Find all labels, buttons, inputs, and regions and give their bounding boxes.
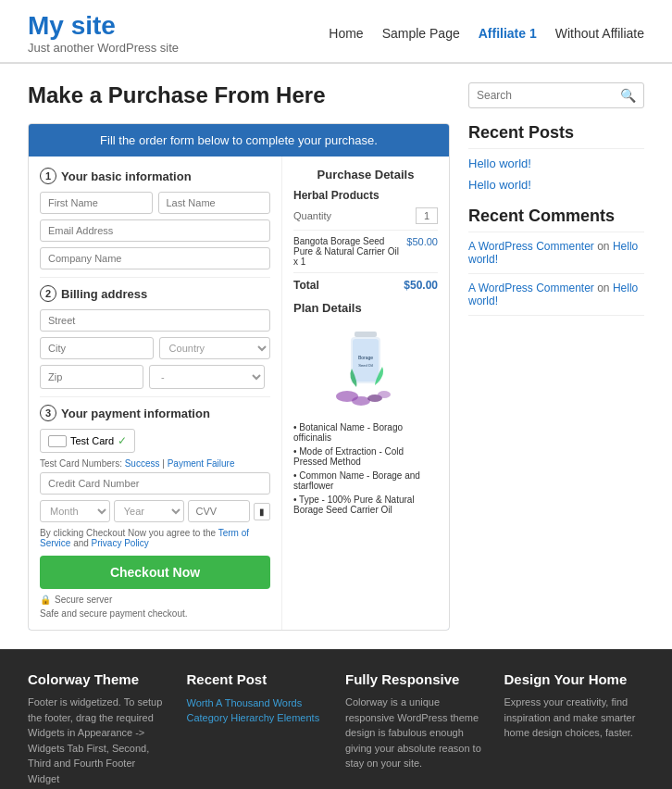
footer-grid: Colorway Theme Footer is widgetized. To … — [28, 671, 644, 786]
product-line-text: Bangota Borage Seed Pure & Natural Carri… — [293, 236, 403, 267]
quantity-row: Quantity 1 — [293, 207, 438, 231]
svg-point-6 — [352, 396, 370, 406]
nav-without-affiliate[interactable]: Without Affiliate — [555, 26, 644, 41]
svg-rect-2 — [353, 339, 379, 382]
street-input[interactable] — [40, 309, 270, 332]
step2-circle: 2 — [40, 285, 56, 302]
purchase-details-panel: Purchase Details Herbal Products Quantit… — [282, 157, 449, 630]
safe-text: Safe and secure payment checkout. — [40, 608, 270, 619]
card-chip-icon: ▮ — [254, 503, 270, 520]
checkout-header: Fill the order form below to complete yo… — [29, 124, 449, 157]
first-name-input[interactable] — [40, 192, 153, 214]
footer-col3-text: Colorway is a unique responsive WordPres… — [345, 695, 486, 771]
product-line-row: Bangota Borage Seed Pure & Natural Carri… — [293, 236, 438, 273]
country-select[interactable]: Country — [159, 337, 270, 359]
city-input[interactable] — [40, 337, 154, 359]
year-select[interactable]: Year — [114, 500, 184, 522]
site-title: My site — [28, 11, 179, 41]
step3-circle: 3 — [40, 405, 56, 421]
site-footer: Colorway Theme Footer is widgetized. To … — [0, 649, 672, 789]
test-card-info: Test Card Numbers: Success | Payment Fai… — [40, 458, 270, 469]
quantity-label: Quantity — [293, 210, 331, 221]
recent-posts-section: Recent Posts Hello world! Hello world! — [468, 123, 644, 192]
checkout-form-left: 1 Your basic information — [29, 157, 282, 630]
footer-col3-title: Fully Responsive — [345, 671, 486, 687]
footer-col1-text: Footer is widgetized. To setup the foote… — [28, 695, 168, 786]
purchase-details-title: Purchase Details — [293, 168, 438, 182]
nav-sample-page[interactable]: Sample Page — [382, 26, 460, 41]
footer-post-link1[interactable]: Worth A Thousand Words — [187, 697, 303, 708]
svg-rect-0 — [355, 332, 377, 337]
footer-col4-title: Design Your Home — [504, 671, 645, 687]
nav-home[interactable]: Home — [329, 26, 363, 41]
sidebar: 🔍 Recent Posts Hello world! Hello world!… — [468, 82, 644, 631]
recent-post-2[interactable]: Hello world! — [468, 178, 644, 192]
total-label: Total — [293, 279, 319, 292]
main-nav: Home Sample Page Affiliate 1 Without Aff… — [329, 26, 644, 41]
total-row: Total $50.00 — [293, 279, 438, 292]
search-icon[interactable]: 🔍 — [620, 88, 636, 103]
test-card-button[interactable]: Test Card ✓ — [40, 429, 135, 453]
footer-col1: Colorway Theme Footer is widgetized. To … — [28, 671, 168, 786]
search-input[interactable] — [477, 89, 620, 102]
commenter-link-1[interactable]: A WordPress Commenter — [468, 240, 594, 253]
bullet-item: Type - 100% Pure & Natural Borage Seed C… — [293, 495, 438, 515]
recent-post-1[interactable]: Hello world! — [468, 157, 644, 170]
bullet-list: Botanical Name - Borago officinalis Mode… — [293, 422, 438, 515]
total-price: $50.00 — [404, 279, 438, 292]
nav-affiliate1[interactable]: Affiliate 1 — [479, 26, 537, 41]
commenter-link-2[interactable]: A WordPress Commenter — [468, 282, 594, 294]
bullet-item: Mode of Extraction - Cold Pressed Method — [293, 446, 438, 467]
svg-text:Seed Oil: Seed Oil — [358, 363, 372, 368]
last-name-input[interactable] — [158, 192, 271, 214]
footer-col2: Recent Post Worth A Thousand Words Categ… — [187, 671, 328, 786]
footer-col2-title: Recent Post — [187, 671, 328, 687]
zip-extra-select[interactable]: - — [149, 365, 265, 389]
section1-title: 1 Your basic information — [40, 168, 270, 184]
product-name: Herbal Products — [293, 189, 438, 202]
terms-text: By clicking Checkout Now you agree to th… — [40, 528, 270, 548]
footer-col1-title: Colorway Theme — [28, 671, 168, 687]
step1-circle: 1 — [40, 168, 56, 184]
footer-col4-text: Express your creativity, find inspiratio… — [504, 695, 645, 741]
card-icon — [48, 435, 67, 447]
checkout-container: Fill the order form below to complete yo… — [28, 123, 450, 631]
recent-posts-title: Recent Posts — [468, 123, 644, 149]
bullet-item: Botanical Name - Borago officinalis — [293, 422, 438, 443]
checkout-button[interactable]: Checkout Now — [40, 556, 270, 589]
bullet-item: Common Name - Borage and starflower — [293, 470, 438, 491]
svg-point-8 — [378, 391, 391, 398]
lock-icon: 🔒 — [40, 595, 51, 605]
secure-server-label: Secure server — [55, 595, 112, 605]
email-input[interactable] — [40, 219, 270, 242]
plan-details-title: Plan Details — [293, 301, 438, 315]
site-header: My site Just another WordPress site Home… — [0, 0, 672, 64]
footer-col3: Fully Responsive Colorway is a unique re… — [345, 671, 486, 786]
recent-comments-title: Recent Comments — [468, 207, 644, 232]
page-title: Make a Purchase From Here — [28, 82, 450, 108]
section3-title: 3 Your payment information — [40, 405, 270, 421]
search-box: 🔍 — [468, 82, 644, 108]
comment-item-2: A WordPress Commenter on Hello world! — [468, 282, 644, 316]
credit-card-input[interactable] — [40, 472, 270, 495]
secure-row: 🔒 Secure server — [40, 595, 270, 605]
success-link[interactable]: Success — [125, 458, 160, 469]
company-input[interactable] — [40, 247, 270, 269]
product-image: Borage Seed Oil — [293, 322, 438, 415]
footer-post-link2[interactable]: Category Hierarchy Elements — [187, 712, 320, 723]
zip-input[interactable] — [40, 365, 143, 389]
footer-col4: Design Your Home Express your creativity… — [504, 671, 645, 786]
quantity-value: 1 — [416, 207, 438, 224]
month-select[interactable]: Month — [40, 500, 110, 522]
svg-text:Borage: Borage — [358, 355, 373, 360]
payment-row: Month Year ▮ — [40, 500, 270, 522]
privacy-link[interactable]: Privacy Policy — [92, 538, 149, 548]
check-icon: ✓ — [118, 434, 127, 447]
product-price: $50.00 — [406, 236, 438, 267]
test-card-label: Test Card — [70, 435, 114, 446]
recent-comments-section: Recent Comments A WordPress Commenter on… — [468, 207, 644, 316]
payment-failure-link[interactable]: Payment Failure — [168, 458, 235, 469]
section2-title: 2 Billing address — [40, 285, 270, 302]
site-tagline: Just another WordPress site — [28, 41, 179, 55]
cvv-input[interactable] — [188, 500, 250, 522]
